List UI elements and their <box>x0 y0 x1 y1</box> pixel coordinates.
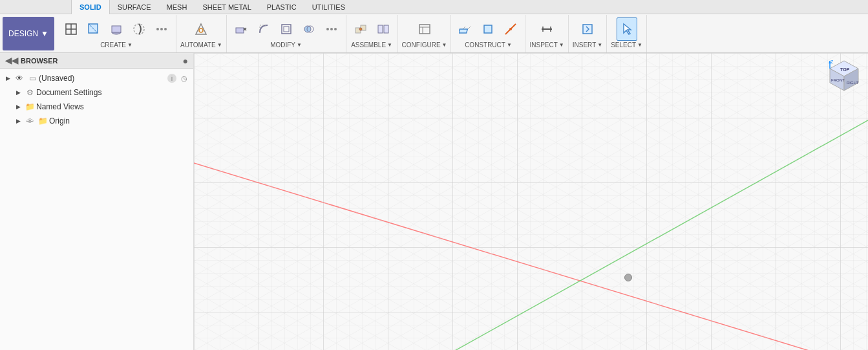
modify-label[interactable]: MODIFY ▼ <box>270 41 302 50</box>
svg-point-7 <box>134 24 144 34</box>
tab-mesh[interactable]: MESH <box>159 0 195 14</box>
configure-label[interactable]: CONFIGURE ▼ <box>402 41 447 50</box>
more-create-btn[interactable] <box>151 17 172 41</box>
construct-arrow: ▼ <box>507 42 512 48</box>
tree-item-doc-settings[interactable]: ▶ ⚙ Document Settings <box>0 85 193 100</box>
automate-arrow: ▼ <box>217 42 222 48</box>
label-origin: Origin <box>49 116 191 126</box>
browser-header: ◀◀ BROWSER ● <box>0 53 193 69</box>
inspect-label[interactable]: INSPECT ▼ <box>529 41 564 50</box>
offset-plane-btn[interactable] <box>455 17 476 41</box>
svg-point-23 <box>359 28 362 30</box>
svg-rect-6 <box>112 26 121 32</box>
group-inspect: INSPECT ▼ <box>525 15 568 52</box>
construct-btn2[interactable] <box>478 17 498 41</box>
measure-btn[interactable] <box>536 17 557 41</box>
create-sketch-btn[interactable] <box>83 17 104 41</box>
browser-label: BROWSER <box>21 57 58 65</box>
create-arrow: ▼ <box>127 42 132 48</box>
insert-btn[interactable] <box>577 17 598 41</box>
joint-btn[interactable] <box>350 17 371 41</box>
expand-named-views[interactable]: ▶ <box>13 102 23 112</box>
tab-solid[interactable]: SOLID <box>71 0 110 14</box>
tree-item-origin[interactable]: ▶ 👁 📁 Origin <box>0 114 193 128</box>
svg-rect-41 <box>194 53 868 350</box>
toolbar: SOLID SURFACE MESH SHEET METAL PLASTIC U… <box>0 0 868 53</box>
push-pull-btn[interactable] <box>231 17 251 41</box>
axis-cube-svg: TOP FRONT RIGHT Z <box>826 60 862 95</box>
tab-surface[interactable]: SURFACE <box>110 0 159 14</box>
browser-collapse-btn[interactable]: ● <box>183 56 188 66</box>
folder-icon-root: ▭ <box>27 73 37 83</box>
group-construct: CONSTRUCT ▼ <box>451 15 525 52</box>
shell-btn[interactable] <box>276 17 297 41</box>
main-area: ◀◀ BROWSER ● ▶ 👁 ▭ (Unsaved) i ◷ ▶ ⚙ Doc… <box>0 53 868 350</box>
assemble-btn2[interactable] <box>373 17 394 41</box>
svg-point-19 <box>330 28 333 30</box>
expand-doc-settings[interactable]: ▶ <box>13 87 23 98</box>
configure-btn[interactable] <box>414 17 435 41</box>
select-label[interactable]: SELECT ▼ <box>611 41 642 50</box>
construct-label[interactable]: CONSTRUCT ▼ <box>465 41 512 50</box>
design-arrow: ▼ <box>41 29 48 38</box>
axis-cube[interactable]: TOP FRONT RIGHT Z <box>826 60 862 95</box>
svg-point-20 <box>334 28 337 30</box>
select-tools <box>617 17 637 41</box>
clock-icon-root[interactable]: ◷ <box>179 73 189 83</box>
svg-rect-38 <box>583 25 592 34</box>
assemble-arrow: ▼ <box>387 42 392 48</box>
create-label[interactable]: CREATE ▼ <box>100 41 132 50</box>
folder-icon-named-views: 📁 <box>25 102 35 112</box>
automate-btn[interactable] <box>191 17 211 41</box>
svg-rect-32 <box>484 25 492 33</box>
tab-plastic[interactable]: PLASTIC <box>259 0 304 14</box>
group-select: SELECT ▼ <box>607 15 647 52</box>
select-btn[interactable] <box>617 17 637 41</box>
grid-svg <box>194 53 868 350</box>
svg-rect-24 <box>378 25 383 33</box>
canvas-area[interactable]: TOP FRONT RIGHT Z <box>194 53 868 350</box>
origin-marker <box>624 274 632 281</box>
configure-arrow: ▼ <box>442 42 447 48</box>
fillet-btn[interactable] <box>253 17 274 41</box>
sidebar: ◀◀ BROWSER ● ▶ 👁 ▭ (Unsaved) i ◷ ▶ ⚙ Doc… <box>0 53 194 350</box>
tree-item-named-views[interactable]: ▶ 📁 Named Views <box>0 100 193 114</box>
construct-tools <box>455 17 521 41</box>
svg-rect-14 <box>282 25 291 34</box>
eye-icon-origin[interactable]: 👁 <box>25 116 35 126</box>
design-label: DESIGN <box>8 29 38 38</box>
tree-item-root[interactable]: ▶ 👁 ▭ (Unsaved) i ◷ <box>0 71 193 85</box>
group-create: CREATE ▼ <box>57 15 176 52</box>
inspect-tools <box>536 17 557 41</box>
group-modify: MODIFY ▼ <box>227 15 346 52</box>
combine-btn[interactable] <box>299 17 319 41</box>
new-component-btn[interactable] <box>61 17 81 41</box>
svg-point-34 <box>509 28 512 30</box>
extrude-btn[interactable] <box>106 17 127 41</box>
tab-utilities[interactable]: UTILITIES <box>304 0 353 14</box>
more-modify-btn[interactable] <box>321 17 342 41</box>
nav-left-icon[interactable]: ◀◀ <box>5 56 18 65</box>
label-root: (Unsaved) <box>39 74 166 83</box>
expand-root[interactable]: ▶ <box>3 73 13 83</box>
inspect-arrow: ▼ <box>559 42 564 48</box>
assemble-label[interactable]: ASSEMBLE ▼ <box>351 41 392 50</box>
revolve-btn[interactable] <box>129 17 149 41</box>
tab-sheet-metal[interactable]: SHEET METAL <box>195 0 259 14</box>
insert-label[interactable]: INSERT ▼ <box>573 41 602 50</box>
modify-arrow: ▼ <box>297 42 302 48</box>
design-button[interactable]: DESIGN ▼ <box>3 17 54 50</box>
svg-point-8 <box>156 28 159 30</box>
svg-text:FRONT: FRONT <box>831 78 845 82</box>
automate-label[interactable]: AUTOMATE ▼ <box>180 41 222 50</box>
expand-origin[interactable]: ▶ <box>13 116 23 126</box>
label-doc-settings: Document Settings <box>36 88 191 97</box>
assemble-tools <box>350 17 394 41</box>
svg-rect-13 <box>236 28 244 33</box>
svg-point-9 <box>160 28 163 30</box>
construct-axis-btn[interactable] <box>500 17 521 41</box>
select-arrow: ▼ <box>637 42 642 48</box>
svg-text:Z: Z <box>831 60 834 64</box>
eye-icon-root[interactable]: 👁 <box>14 73 25 83</box>
info-icon-root[interactable]: i <box>167 74 176 83</box>
